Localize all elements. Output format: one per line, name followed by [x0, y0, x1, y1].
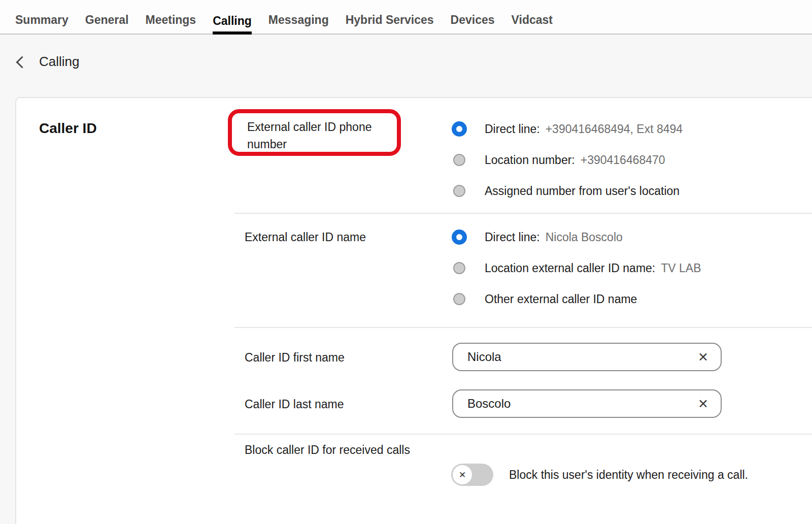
radio-option-location-external-name[interactable]: Location external caller ID name: TV LAB — [452, 259, 701, 277]
tab-summary[interactable]: Summary — [15, 13, 69, 34]
label-external-caller-id-phone-number: External caller ID phone number — [247, 118, 392, 153]
clear-first-name-icon[interactable]: ✕ — [698, 351, 708, 364]
back-link-label: Calling — [39, 54, 80, 70]
radio-option-other-external-name[interactable]: Other external caller ID name — [452, 290, 637, 308]
radio-option-label: Location external caller ID name: — [485, 261, 655, 275]
radio-unselected-icon — [453, 262, 465, 274]
radio-option-direct-line-name[interactable]: Direct line: Nicola Boscolo — [452, 228, 623, 246]
radio-selected-icon — [452, 121, 467, 137]
radio-option-value: +390416468470 — [581, 153, 665, 167]
radio-option-label: Assigned number from user's location — [485, 184, 680, 198]
section-divider — [234, 327, 812, 328]
back-link-calling[interactable]: Calling — [18, 50, 80, 73]
tab-messaging[interactable]: Messaging — [268, 13, 329, 34]
chevron-left-icon — [16, 56, 28, 68]
block-caller-id-toggle-row: ✕ Block this user's identity when receiv… — [451, 464, 748, 486]
radio-option-value: +390416468494, Ext 8494 — [546, 122, 683, 136]
label-caller-id-last-name: Caller ID last name — [245, 396, 344, 413]
tab-vidcast[interactable]: Vidcast — [512, 13, 553, 34]
settings-tab-bar: Summary General Meetings Calling Messagi… — [0, 0, 812, 35]
first-name-input[interactable] — [452, 343, 722, 371]
label-external-caller-id-name: External caller ID name — [245, 228, 366, 246]
section-divider — [234, 213, 812, 214]
tab-calling[interactable]: Calling — [213, 14, 252, 35]
tab-meetings[interactable]: Meetings — [145, 13, 196, 34]
label-caller-id-first-name: Caller ID first name — [245, 349, 345, 366]
section-title-caller-id: Caller ID — [39, 120, 97, 137]
radio-option-direct-line-number[interactable]: Direct line: +390416468494, Ext 8494 — [452, 120, 683, 138]
caller-id-settings-card: Caller ID External caller ID phone numbe… — [15, 97, 812, 524]
label-block-caller-id: Block caller ID for received calls — [245, 441, 412, 458]
radio-option-value: TV LAB — [661, 261, 701, 275]
block-caller-id-toggle[interactable]: ✕ — [451, 464, 493, 486]
radio-option-label: Other external caller ID name — [485, 292, 637, 306]
first-name-input-wrap: ✕ — [452, 343, 722, 371]
radio-selected-icon — [452, 230, 467, 245]
radio-unselected-icon — [453, 293, 465, 305]
radio-option-label: Direct line: — [485, 122, 540, 136]
last-name-input-wrap: ✕ — [452, 389, 722, 418]
last-name-input[interactable] — [452, 389, 722, 418]
toggle-off-icon: ✕ — [453, 465, 472, 484]
section-divider — [234, 434, 812, 435]
tab-hybrid-services[interactable]: Hybrid Services — [346, 13, 434, 34]
radio-option-value: Nicola Boscolo — [546, 231, 623, 244]
radio-option-location-number[interactable]: Location number: +390416468470 — [452, 151, 665, 169]
radio-option-label: Direct line: — [485, 231, 540, 244]
radio-unselected-icon — [453, 154, 465, 166]
radio-option-assigned-number[interactable]: Assigned number from user's location — [452, 182, 680, 200]
radio-unselected-icon — [453, 185, 465, 197]
block-caller-id-description: Block this user's identity when receivin… — [509, 468, 748, 482]
tab-devices[interactable]: Devices — [451, 13, 495, 34]
radio-option-label: Location number: — [485, 153, 575, 167]
tab-general[interactable]: General — [85, 13, 129, 34]
clear-last-name-icon[interactable]: ✕ — [698, 398, 708, 410]
